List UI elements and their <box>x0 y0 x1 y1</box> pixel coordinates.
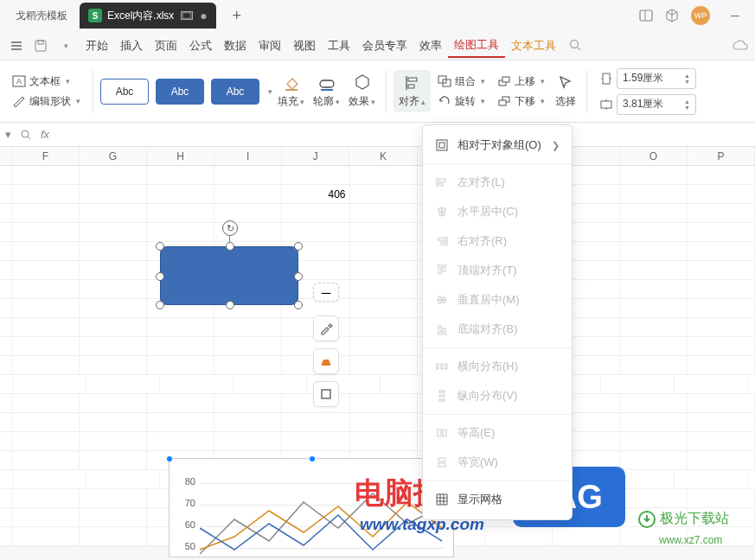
column-header[interactable]: O <box>620 147 688 165</box>
zoom-icon[interactable] <box>20 129 32 141</box>
select-button[interactable]: 选择 <box>552 73 579 109</box>
minimize-button[interactable]: ─ <box>722 9 748 22</box>
chart-handle[interactable] <box>310 456 315 461</box>
shape-preset-1[interactable]: Abc <box>100 79 149 105</box>
float-frame-button[interactable] <box>313 381 339 407</box>
chevron-down-icon[interactable]: ▾ <box>5 128 11 141</box>
user-avatar[interactable]: WP <box>691 6 710 25</box>
save-icon[interactable] <box>31 36 50 55</box>
cloud-icon[interactable] <box>733 40 748 52</box>
relative-group-icon <box>435 138 449 152</box>
menu-show-grid[interactable]: 显示网格 <box>423 485 572 514</box>
fill-button[interactable]: 填充▾ <box>274 73 308 109</box>
edit-shape-button[interactable]: 编辑形状▾ <box>12 94 80 109</box>
svg-rect-62 <box>438 463 445 467</box>
group-button[interactable]: 组合▾ <box>438 74 485 89</box>
tab-close-icon[interactable]: ● <box>200 9 207 22</box>
svg-rect-27 <box>601 101 611 108</box>
rotate-handle[interactable] <box>222 220 238 236</box>
float-dash-button[interactable]: ─ <box>313 283 339 302</box>
resize-handle[interactable] <box>226 242 234 251</box>
tab-templates[interactable]: 戈稻壳模板 <box>7 3 76 29</box>
textbox-button[interactable]: A 文本框▾ <box>12 74 80 89</box>
menu-insert[interactable]: 插入 <box>114 35 149 57</box>
menu-text-tools[interactable]: 文本工具 <box>505 35 562 57</box>
grid-icon <box>435 493 449 506</box>
resize-handle[interactable] <box>226 301 234 309</box>
resize-handle[interactable] <box>294 242 303 251</box>
float-style-button[interactable] <box>313 348 339 374</box>
column-header[interactable]: K <box>349 147 417 165</box>
svg-rect-61 <box>438 458 445 461</box>
stepper-arrows[interactable]: ▲▼ <box>684 73 690 85</box>
menu-member[interactable]: 会员专享 <box>356 35 413 57</box>
preset-more-icon[interactable]: ▾ <box>268 87 272 96</box>
stepper-arrows[interactable]: ▲▼ <box>684 99 690 111</box>
panel-icon[interactable] <box>639 9 653 22</box>
effect-button[interactable]: 效果▾ <box>345 73 379 109</box>
outline-button[interactable]: 轮廓▾ <box>310 73 343 109</box>
toolbar-divider <box>93 70 93 113</box>
dropdown-icon[interactable]: ▾ <box>55 36 74 55</box>
y-tick: 70 <box>178 498 195 508</box>
column-header[interactable]: F <box>12 147 80 165</box>
floating-shape-toolbar: ─ <box>313 290 339 407</box>
column-header[interactable]: P <box>688 147 755 165</box>
column-header[interactable]: H <box>147 147 214 165</box>
svg-rect-3 <box>11 41 22 43</box>
search-icon[interactable] <box>569 39 582 52</box>
shape-preset-2[interactable]: Abc <box>156 79 204 105</box>
menu-tools[interactable]: 工具 <box>322 35 356 57</box>
menu-efficiency[interactable]: 效率 <box>413 35 448 57</box>
svg-rect-54 <box>441 364 443 369</box>
svg-rect-51 <box>438 326 441 333</box>
chart-handle[interactable] <box>167 456 172 461</box>
tab-active-file[interactable]: S Excel内容.xlsx ● <box>80 3 216 29</box>
column-headers: F G H I J K O P <box>0 147 755 166</box>
svg-point-8 <box>571 41 579 48</box>
menu-data[interactable]: 数据 <box>218 35 253 57</box>
menu-page[interactable]: 页面 <box>149 35 183 57</box>
float-eyedropper-button[interactable] <box>313 315 339 341</box>
resize-handle[interactable] <box>294 301 303 309</box>
menu-drawing-tools[interactable]: 绘图工具 <box>448 34 505 58</box>
menu-start[interactable]: 开始 <box>80 35 114 57</box>
rotate-button[interactable]: 旋转▾ <box>438 94 485 109</box>
y-tick: 50 <box>178 541 195 551</box>
resize-handle[interactable] <box>156 242 164 251</box>
resize-handle[interactable] <box>294 272 303 281</box>
select-icon <box>556 73 575 92</box>
selected-shape[interactable] <box>160 246 298 305</box>
rounded-rectangle-shape[interactable] <box>160 246 298 305</box>
group-icon <box>438 74 451 88</box>
fx-label[interactable]: fx <box>41 128 49 141</box>
add-tab-button[interactable]: + <box>225 3 249 28</box>
column-header[interactable]: J <box>282 147 349 165</box>
svg-rect-59 <box>438 430 441 436</box>
column-header[interactable]: G <box>80 147 147 165</box>
menu-relative-to-group[interactable]: 相对于对象组(O) ❯ <box>423 130 572 160</box>
move-up-icon <box>497 74 511 88</box>
cube-icon[interactable] <box>665 9 679 22</box>
align-button[interactable]: 对齐▴ <box>393 70 431 112</box>
align-middle-v-icon <box>435 293 449 307</box>
column-header[interactable] <box>0 147 12 165</box>
cell-value[interactable]: 406 <box>282 185 349 203</box>
app-menu-icon[interactable] <box>7 36 26 55</box>
shape-preset-3[interactable]: Abc <box>211 79 259 105</box>
svg-rect-0 <box>183 13 192 18</box>
menu-view[interactable]: 视图 <box>287 35 322 57</box>
column-header[interactable]: I <box>214 147 282 165</box>
svg-rect-14 <box>321 89 333 91</box>
height-input[interactable]: 1.59厘米 ▲▼ <box>617 68 696 89</box>
resize-handle[interactable] <box>156 301 164 309</box>
resize-handle[interactable] <box>156 272 164 281</box>
menu-formula[interactable]: 公式 <box>183 35 218 57</box>
equal-height-icon <box>435 426 449 440</box>
width-input[interactable]: 3.81厘米 ▲▼ <box>617 94 696 115</box>
move-down-button[interactable]: 下移▾ <box>497 94 545 109</box>
menu-review[interactable]: 审阅 <box>253 35 287 57</box>
svg-rect-32 <box>322 390 330 398</box>
move-up-button[interactable]: 上移▾ <box>497 74 545 89</box>
toolbar-divider <box>586 70 587 113</box>
